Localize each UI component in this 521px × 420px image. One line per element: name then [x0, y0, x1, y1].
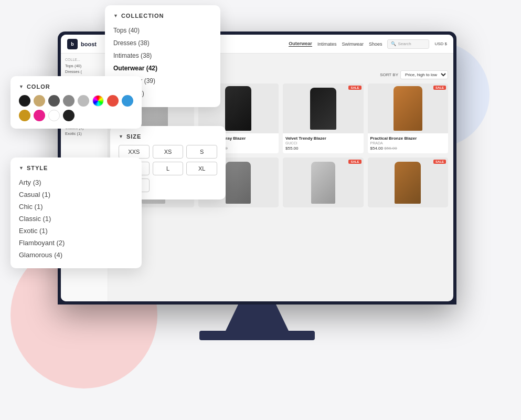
sale-badge-8: SALE	[433, 160, 446, 164]
product-brand-3: GUCCI	[285, 141, 361, 145]
nav-outerwear[interactable]: Outerwear	[289, 41, 312, 47]
product-img-7: SALE	[283, 158, 364, 207]
style-title: STYLE	[27, 165, 48, 171]
style-casual[interactable]: Casual (1)	[19, 188, 133, 201]
swatch-tan[interactable]	[34, 95, 45, 107]
product-card-7[interactable]: SALE	[283, 158, 364, 207]
collection-dresses[interactable]: Dresses (38)	[113, 37, 212, 49]
sort-by: SORT BY Price, high to low Price, low to…	[380, 70, 448, 79]
swatch-gray[interactable]	[63, 95, 75, 107]
monitor-base	[199, 331, 315, 340]
swatch-rainbow[interactable]	[92, 95, 104, 107]
collection-chevron-icon: ▼	[113, 13, 118, 18]
sidebar-dresses[interactable]: Dresses (	[65, 69, 103, 74]
sidebar-tops[interactable]: Tops (40)	[65, 64, 103, 68]
sort-label: SORT BY	[380, 72, 398, 77]
collection-panel-header: ▼ COLLECTION	[113, 13, 212, 19]
product-name-3: Velvet Trendy Blazer	[285, 136, 361, 141]
size-chevron-icon: ▼	[119, 134, 123, 139]
swatch-blue[interactable]	[122, 95, 133, 107]
figure-8	[395, 162, 421, 204]
product-info-4: Practical Bronze Blazer PRADA $54.00 $56…	[368, 133, 449, 153]
style-glamorous[interactable]: Glamorous (4)	[19, 249, 133, 261]
style-arty[interactable]: Arty (3)	[19, 176, 133, 188]
sale-badge-3: SALE	[348, 86, 361, 90]
figure-7	[311, 162, 335, 204]
swatch-darkgray[interactable]	[48, 95, 60, 107]
style-chevron-icon: ▼	[19, 165, 24, 171]
sort-select[interactable]: Price, high to low Price, low to high Ne…	[400, 70, 448, 79]
color-chevron-icon: ▼	[19, 84, 24, 89]
product-card-8[interactable]: SALE	[368, 158, 449, 207]
style-exotic[interactable]: Exotic (1)	[19, 225, 133, 237]
search-placeholder: Search	[398, 41, 411, 46]
swatch-white[interactable]	[48, 110, 60, 121]
color-swatches	[19, 95, 133, 121]
product-name-4: Practical Bronze Blazer	[370, 136, 446, 141]
logo-icon: b	[67, 39, 78, 49]
figure-3	[310, 88, 336, 130]
swatch-gold[interactable]	[19, 110, 30, 121]
collection-intimates[interactable]: Intimates (38)	[113, 49, 212, 62]
size-l[interactable]: L	[153, 162, 184, 175]
swatch-pink[interactable]	[34, 110, 45, 121]
nav-items: Outerwear Intimates Swimwear Shoes 🔍 Sea…	[289, 39, 447, 49]
monitor-stand	[226, 304, 289, 331]
logo-text: boost	[81, 41, 97, 47]
product-img-3: SALE	[283, 83, 364, 133]
product-brand-4: PRADA	[370, 141, 446, 145]
sale-badge-7: SALE	[348, 160, 361, 164]
swatch-lightgray[interactable]	[78, 95, 89, 107]
size-s[interactable]: S	[186, 145, 217, 159]
style-panel: ▼ STYLE Arty (3) Casual (1) Chic (1) Cla…	[10, 158, 142, 268]
style-flamboyant[interactable]: Flamboyant (2)	[19, 237, 133, 249]
nav-intimates[interactable]: Intimates	[317, 41, 337, 47]
swatch-charcoal[interactable]	[63, 110, 75, 121]
size-xl[interactable]: XL	[186, 162, 217, 175]
collection-tops[interactable]: Tops (40)	[113, 24, 212, 37]
collection-title: COLLECTION	[121, 13, 164, 19]
size-xxs[interactable]: XXS	[119, 145, 150, 159]
collection-outerwear[interactable]: Outerwear (42)	[113, 62, 212, 75]
style-classic[interactable]: Classic (1)	[19, 213, 133, 225]
color-panel: ▼ COLOR	[10, 76, 142, 129]
product-card-3[interactable]: SALE Velvet Trendy Blazer GUCCI $55.00	[283, 83, 364, 153]
product-card-4[interactable]: SALE Practical Bronze Blazer PRADA $54.0…	[368, 83, 449, 153]
style-panel-header: ▼ STYLE	[19, 165, 133, 171]
sidebar-collection-label: COLLE...	[65, 58, 103, 61]
figure-6	[226, 162, 251, 204]
product-img-4: SALE	[368, 83, 449, 133]
swatch-black[interactable]	[19, 95, 30, 107]
sale-badge-4: SALE	[433, 86, 446, 90]
search-bar[interactable]: 🔍 Search	[387, 39, 429, 49]
color-panel-header: ▼ COLOR	[19, 83, 133, 90]
size-title: SIZE	[126, 133, 141, 140]
product-price-4: $54.00 $56.00	[370, 146, 446, 151]
figure-2	[225, 86, 251, 131]
product-info-3: Velvet Trendy Blazer GUCCI $55.00	[283, 133, 364, 153]
color-title: COLOR	[27, 83, 50, 90]
nav-swimwear[interactable]: Swimwear	[342, 41, 364, 47]
sidebar-exotic[interactable]: Exotic (1)	[65, 131, 103, 136]
product-img-8: SALE	[368, 158, 449, 207]
size-panel-header: ▼ SIZE	[119, 133, 217, 140]
style-chic[interactable]: Chic (1)	[19, 201, 133, 213]
figure-4	[394, 86, 422, 131]
search-icon: 🔍	[391, 41, 396, 46]
logo-area: b boost	[67, 39, 97, 49]
product-price-3: $55.00	[285, 146, 361, 151]
currency-selector[interactable]: USD $	[434, 41, 447, 46]
swatch-red[interactable]	[107, 95, 119, 107]
size-xs[interactable]: XS	[153, 145, 184, 159]
nav-shoes[interactable]: Shoes	[369, 41, 382, 47]
